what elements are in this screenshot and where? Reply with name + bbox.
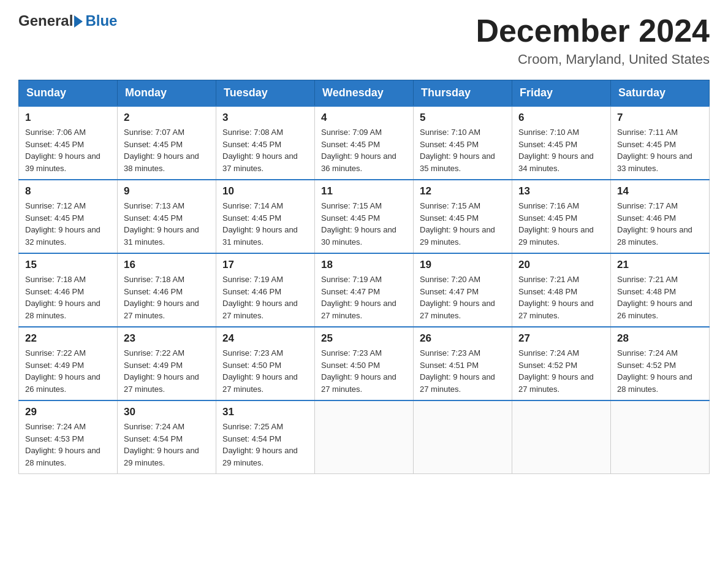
day-number: 20 <box>518 259 604 271</box>
calendar-day-cell: 18Sunrise: 7:19 AMSunset: 4:47 PMDayligh… <box>315 253 414 327</box>
calendar-day-cell: 12Sunrise: 7:15 AMSunset: 4:45 PMDayligh… <box>414 180 512 253</box>
calendar-day-cell: 22Sunrise: 7:22 AMSunset: 4:49 PMDayligh… <box>19 327 118 400</box>
day-info: Sunrise: 7:23 AMSunset: 4:50 PMDaylight:… <box>222 347 308 395</box>
day-info: Sunrise: 7:10 AMSunset: 4:45 PMDaylight:… <box>420 126 506 174</box>
day-info: Sunrise: 7:22 AMSunset: 4:49 PMDaylight:… <box>124 347 210 395</box>
calendar-week-row: 1Sunrise: 7:06 AMSunset: 4:45 PMDaylight… <box>19 106 710 180</box>
calendar-day-cell: 7Sunrise: 7:11 AMSunset: 4:45 PMDaylight… <box>611 106 710 180</box>
calendar-day-header-sunday: Sunday <box>19 80 118 107</box>
day-info: Sunrise: 7:13 AMSunset: 4:45 PMDaylight:… <box>124 200 210 248</box>
calendar-day-cell: 27Sunrise: 7:24 AMSunset: 4:52 PMDayligh… <box>512 327 611 400</box>
title-section: December 2024 Croom, Maryland, United St… <box>476 12 710 67</box>
day-info: Sunrise: 7:20 AMSunset: 4:47 PMDaylight:… <box>420 274 506 321</box>
day-info: Sunrise: 7:18 AMSunset: 4:46 PMDaylight:… <box>25 274 111 321</box>
day-number: 9 <box>124 185 210 197</box>
calendar-day-cell: 8Sunrise: 7:12 AMSunset: 4:45 PMDaylight… <box>19 180 118 253</box>
calendar-day-cell: 1Sunrise: 7:06 AMSunset: 4:45 PMDaylight… <box>19 106 118 180</box>
location-text: Croom, Maryland, United States <box>476 52 710 67</box>
calendar-day-cell: 6Sunrise: 7:10 AMSunset: 4:45 PMDaylight… <box>512 106 611 180</box>
day-number: 5 <box>420 112 506 124</box>
day-info: Sunrise: 7:23 AMSunset: 4:51 PMDaylight:… <box>420 347 506 395</box>
calendar-day-cell: 24Sunrise: 7:23 AMSunset: 4:50 PMDayligh… <box>216 327 315 400</box>
day-info: Sunrise: 7:14 AMSunset: 4:45 PMDaylight:… <box>222 200 308 248</box>
calendar-week-row: 8Sunrise: 7:12 AMSunset: 4:45 PMDaylight… <box>19 180 710 253</box>
calendar-day-cell: 11Sunrise: 7:15 AMSunset: 4:45 PMDayligh… <box>315 180 414 253</box>
calendar-day-cell <box>512 400 611 474</box>
calendar-day-cell: 30Sunrise: 7:24 AMSunset: 4:54 PMDayligh… <box>118 400 216 474</box>
calendar-day-cell: 17Sunrise: 7:19 AMSunset: 4:46 PMDayligh… <box>216 253 315 327</box>
calendar-week-row: 29Sunrise: 7:24 AMSunset: 4:53 PMDayligh… <box>19 400 710 474</box>
day-number: 8 <box>25 185 111 197</box>
day-number: 7 <box>617 112 703 124</box>
day-number: 23 <box>124 332 210 345</box>
day-info: Sunrise: 7:11 AMSunset: 4:45 PMDaylight:… <box>617 126 703 174</box>
day-number: 10 <box>222 185 308 197</box>
calendar-day-cell: 21Sunrise: 7:21 AMSunset: 4:48 PMDayligh… <box>611 253 710 327</box>
day-info: Sunrise: 7:24 AMSunset: 4:52 PMDaylight:… <box>617 347 703 395</box>
calendar-day-cell: 4Sunrise: 7:09 AMSunset: 4:45 PMDaylight… <box>315 106 414 180</box>
calendar-day-header-friday: Friday <box>512 80 611 107</box>
day-info: Sunrise: 7:16 AMSunset: 4:45 PMDaylight:… <box>518 200 604 248</box>
day-info: Sunrise: 7:23 AMSunset: 4:50 PMDaylight:… <box>321 347 407 395</box>
day-number: 4 <box>321 112 407 124</box>
calendar-day-cell: 5Sunrise: 7:10 AMSunset: 4:45 PMDaylight… <box>414 106 512 180</box>
calendar-day-cell: 20Sunrise: 7:21 AMSunset: 4:48 PMDayligh… <box>512 253 611 327</box>
day-info: Sunrise: 7:18 AMSunset: 4:46 PMDaylight:… <box>124 274 210 321</box>
calendar-day-cell: 14Sunrise: 7:17 AMSunset: 4:46 PMDayligh… <box>611 180 710 253</box>
calendar-day-cell: 13Sunrise: 7:16 AMSunset: 4:45 PMDayligh… <box>512 180 611 253</box>
calendar-day-cell: 29Sunrise: 7:24 AMSunset: 4:53 PMDayligh… <box>19 400 118 474</box>
calendar-day-cell: 10Sunrise: 7:14 AMSunset: 4:45 PMDayligh… <box>216 180 315 253</box>
logo-blue-text: Blue <box>85 12 117 29</box>
day-number: 26 <box>420 332 506 345</box>
day-info: Sunrise: 7:17 AMSunset: 4:46 PMDaylight:… <box>617 200 703 248</box>
day-info: Sunrise: 7:08 AMSunset: 4:45 PMDaylight:… <box>222 126 308 174</box>
day-number: 28 <box>617 332 703 345</box>
month-title: December 2024 <box>476 12 710 49</box>
day-number: 22 <box>25 332 111 345</box>
day-number: 27 <box>518 332 604 345</box>
calendar-day-cell: 26Sunrise: 7:23 AMSunset: 4:51 PMDayligh… <box>414 327 512 400</box>
day-info: Sunrise: 7:15 AMSunset: 4:45 PMDaylight:… <box>420 200 506 248</box>
calendar-day-cell <box>414 400 512 474</box>
day-number: 6 <box>518 112 604 124</box>
calendar-header-row: SundayMondayTuesdayWednesdayThursdayFrid… <box>19 80 710 107</box>
day-info: Sunrise: 7:21 AMSunset: 4:48 PMDaylight:… <box>518 274 604 321</box>
calendar-day-cell <box>611 400 710 474</box>
calendar-day-header-wednesday: Wednesday <box>315 80 414 107</box>
calendar-day-cell: 25Sunrise: 7:23 AMSunset: 4:50 PMDayligh… <box>315 327 414 400</box>
calendar-day-cell: 16Sunrise: 7:18 AMSunset: 4:46 PMDayligh… <box>118 253 216 327</box>
calendar-table: SundayMondayTuesdayWednesdayThursdayFrid… <box>18 80 710 474</box>
day-number: 24 <box>222 332 308 345</box>
day-info: Sunrise: 7:24 AMSunset: 4:54 PMDaylight:… <box>124 421 210 469</box>
day-number: 31 <box>222 406 308 418</box>
calendar-day-header-monday: Monday <box>118 80 216 107</box>
day-number: 30 <box>124 406 210 418</box>
calendar-day-cell: 31Sunrise: 7:25 AMSunset: 4:54 PMDayligh… <box>216 400 315 474</box>
day-number: 12 <box>420 185 506 197</box>
calendar-day-cell <box>315 400 414 474</box>
day-info: Sunrise: 7:19 AMSunset: 4:47 PMDaylight:… <box>321 274 407 321</box>
day-number: 14 <box>617 185 703 197</box>
day-number: 18 <box>321 259 407 271</box>
day-number: 3 <box>222 112 308 124</box>
calendar-day-header-thursday: Thursday <box>414 80 512 107</box>
calendar-day-cell: 23Sunrise: 7:22 AMSunset: 4:49 PMDayligh… <box>118 327 216 400</box>
calendar-day-cell: 9Sunrise: 7:13 AMSunset: 4:45 PMDaylight… <box>118 180 216 253</box>
day-number: 19 <box>420 259 506 271</box>
day-info: Sunrise: 7:06 AMSunset: 4:45 PMDaylight:… <box>25 126 111 174</box>
day-number: 1 <box>25 112 111 124</box>
day-info: Sunrise: 7:09 AMSunset: 4:45 PMDaylight:… <box>321 126 407 174</box>
day-info: Sunrise: 7:15 AMSunset: 4:45 PMDaylight:… <box>321 200 407 248</box>
day-info: Sunrise: 7:10 AMSunset: 4:45 PMDaylight:… <box>518 126 604 174</box>
day-number: 13 <box>518 185 604 197</box>
day-number: 25 <box>321 332 407 345</box>
day-number: 16 <box>124 259 210 271</box>
calendar-day-header-saturday: Saturday <box>611 80 710 107</box>
day-info: Sunrise: 7:24 AMSunset: 4:52 PMDaylight:… <box>518 347 604 395</box>
calendar-day-cell: 28Sunrise: 7:24 AMSunset: 4:52 PMDayligh… <box>611 327 710 400</box>
day-number: 15 <box>25 259 111 271</box>
day-info: Sunrise: 7:25 AMSunset: 4:54 PMDaylight:… <box>222 421 308 469</box>
logo: General Blue <box>18 12 117 29</box>
day-info: Sunrise: 7:24 AMSunset: 4:53 PMDaylight:… <box>25 421 111 469</box>
calendar-day-cell: 15Sunrise: 7:18 AMSunset: 4:46 PMDayligh… <box>19 253 118 327</box>
